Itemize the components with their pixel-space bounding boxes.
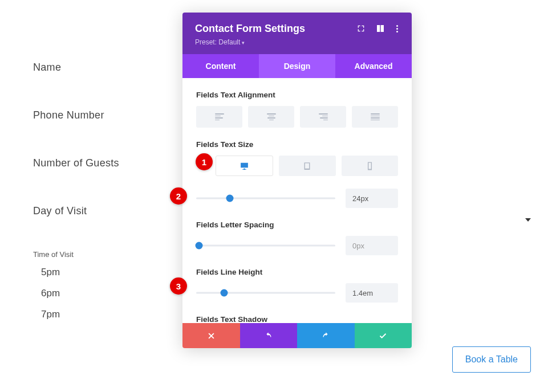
text-shadow-label: Fields Text Shadow	[196, 315, 398, 324]
modal-title: Contact Form Settings	[195, 23, 305, 35]
time-option[interactable]: 5pm	[41, 267, 170, 278]
time-option[interactable]: 6pm	[41, 288, 170, 299]
line-height-input[interactable]	[346, 283, 398, 303]
settings-body: Fields Text Alignment Fields Text Size	[182, 78, 412, 323]
columns-icon[interactable]	[376, 24, 385, 33]
cancel-button[interactable]	[182, 323, 240, 348]
align-center-button[interactable]	[248, 106, 294, 128]
time-option[interactable]: 7pm	[41, 309, 170, 320]
letter-spacing-input[interactable]	[346, 236, 398, 255]
preset-dropdown[interactable]: Preset: Default	[195, 38, 399, 46]
settings-modal: Contact Form Settings Preset: Default Co…	[182, 13, 412, 348]
tab-design[interactable]: Design	[259, 54, 335, 78]
book-table-button[interactable]: Book a Table	[452, 346, 531, 373]
field-guests[interactable]: Number of Guests	[33, 157, 170, 169]
time-of-visit-label: Time of Visit	[33, 250, 170, 259]
line-height-slider[interactable]	[196, 288, 335, 297]
device-phone-button[interactable]	[342, 156, 398, 176]
modal-header: Contact Form Settings Preset: Default	[182, 13, 412, 54]
line-height-label: Fields Line Height	[196, 268, 398, 276]
dropdown-caret-icon[interactable]	[525, 218, 531, 222]
undo-icon	[264, 332, 273, 340]
field-name[interactable]: Name	[33, 62, 170, 74]
text-size-slider[interactable]	[196, 194, 335, 203]
alignment-options	[196, 106, 398, 128]
annotation-badge-3: 3	[170, 277, 187, 295]
tab-content[interactable]: Content	[182, 54, 259, 78]
save-button[interactable]	[355, 323, 412, 348]
form-preview: Name Phone Number Number of Guests Day o…	[33, 62, 170, 330]
redo-button[interactable]	[297, 323, 355, 348]
letter-spacing-slider[interactable]	[196, 241, 335, 250]
phone-icon	[365, 161, 375, 171]
settings-tabs: Content Design Advanced	[182, 54, 412, 78]
expand-icon[interactable]	[356, 24, 366, 33]
check-icon	[379, 332, 387, 340]
undo-button[interactable]	[240, 323, 298, 348]
field-day[interactable]: Day of Visit	[33, 205, 170, 217]
device-desktop-button[interactable]	[216, 156, 273, 176]
text-size-label: Fields Text Size	[196, 140, 398, 149]
text-size-input[interactable]	[346, 189, 398, 208]
align-justify-button[interactable]	[352, 106, 398, 128]
more-menu-icon[interactable]	[395, 24, 399, 34]
tab-advanced[interactable]: Advanced	[335, 54, 412, 78]
close-icon	[207, 332, 216, 340]
annotation-badge-1: 1	[196, 153, 213, 170]
alignment-label: Fields Text Alignment	[196, 91, 398, 99]
align-left-button[interactable]	[196, 106, 242, 128]
modal-footer	[182, 323, 412, 348]
device-selector	[216, 156, 398, 176]
redo-icon	[322, 332, 330, 340]
tablet-icon	[302, 161, 312, 171]
annotation-badge-2: 2	[170, 187, 187, 205]
field-phone[interactable]: Phone Number	[33, 109, 170, 121]
desktop-icon	[240, 161, 249, 171]
align-right-button[interactable]	[300, 106, 346, 128]
device-tablet-button[interactable]	[279, 156, 335, 176]
letter-spacing-label: Fields Letter Spacing	[196, 220, 398, 229]
